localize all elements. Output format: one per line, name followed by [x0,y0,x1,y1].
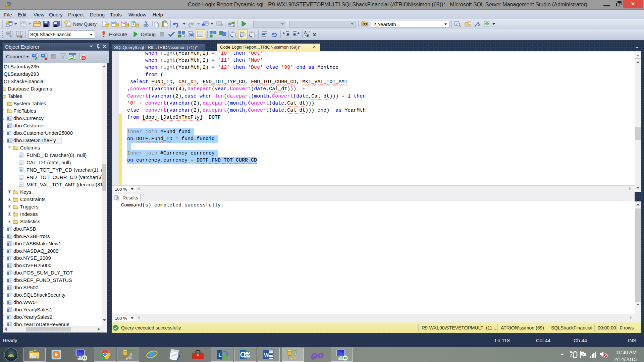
svg-text:L: L [218,352,222,358]
svg-text:B: B [307,34,309,38]
svg-text:LA: LA [131,23,135,25]
svg-text:A: A [304,31,307,35]
